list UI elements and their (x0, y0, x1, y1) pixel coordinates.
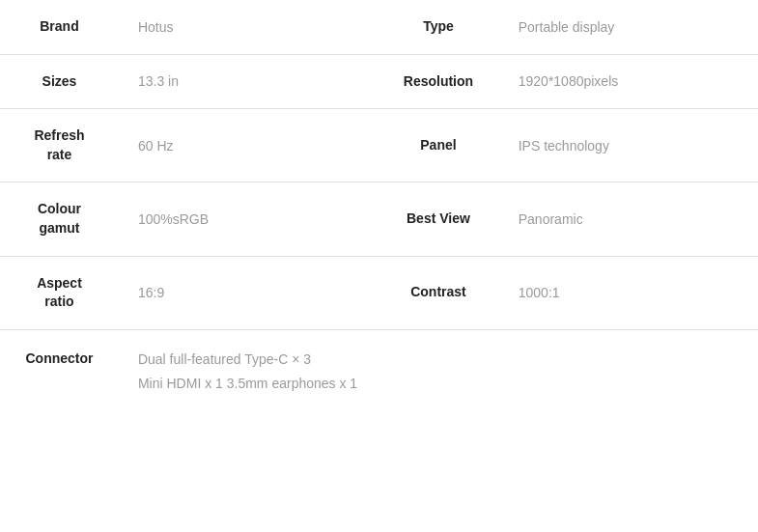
table-row: Refresh rate60 HzPanelIPS technology (0, 109, 758, 182)
spec-value-left-0: Hotus (119, 0, 378, 54)
spec-value-right-0: Portable display (499, 0, 758, 54)
spec-label-left-4: Aspect ratio (0, 256, 119, 329)
specs-table: BrandHotusTypePortable displaySizes13.3 … (0, 0, 758, 413)
spec-label-right-0: Type (378, 0, 499, 54)
connector-label: Connector (0, 329, 119, 413)
spec-value-left-4: 16:9 (119, 256, 378, 329)
spec-label-right-4: Contrast (378, 256, 499, 329)
spec-label-right-1: Resolution (378, 54, 499, 109)
spec-label-left-1: Sizes (0, 54, 119, 109)
spec-label-left-3: Colour gamut (0, 182, 119, 256)
spec-value-left-1: 13.3 in (119, 54, 378, 109)
table-row: Sizes13.3 inResolution1920*1080pixels (0, 54, 758, 109)
spec-label-left-0: Brand (0, 0, 119, 54)
spec-label-right-3: Best View (378, 182, 499, 256)
spec-value-left-3: 100%sRGB (119, 182, 378, 256)
connector-value: Dual full-featured Type-C × 3Mini HDMI x… (119, 329, 758, 413)
spec-label-left-2: Refresh rate (0, 109, 119, 182)
spec-value-right-3: Panoramic (499, 182, 758, 256)
table-row: Aspect ratio16:9Contrast1000:1 (0, 256, 758, 329)
spec-value-right-4: 1000:1 (499, 256, 758, 329)
spec-value-right-1: 1920*1080pixels (499, 54, 758, 109)
connector-row: ConnectorDual full-featured Type-C × 3Mi… (0, 329, 758, 413)
table-row: BrandHotusTypePortable display (0, 0, 758, 54)
spec-label-right-2: Panel (378, 109, 499, 182)
table-row: Colour gamut100%sRGBBest ViewPanoramic (0, 182, 758, 256)
spec-value-right-2: IPS technology (499, 109, 758, 182)
spec-value-left-2: 60 Hz (119, 109, 378, 182)
